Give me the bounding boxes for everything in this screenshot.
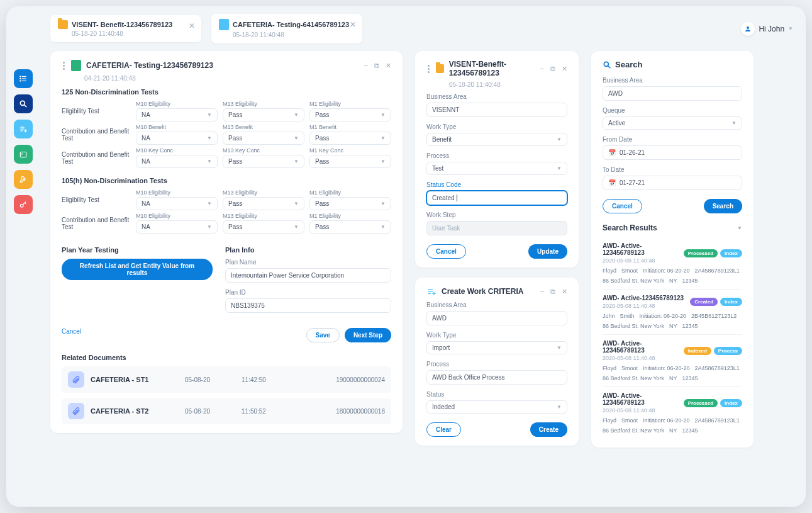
close-icon[interactable]: ✕	[350, 20, 356, 29]
svg-rect-15	[21, 154, 23, 155]
doc-time: 11:42:50	[242, 376, 279, 383]
plan-name-input[interactable]: Intemountain Power Service Corporation	[225, 268, 391, 283]
next-step-button[interactable]: Next Step	[345, 328, 391, 342]
attachment-icon	[68, 403, 84, 419]
cancel-link[interactable]: Cancel	[62, 328, 81, 342]
search-result[interactable]: AWD- Active-123456789123 2020-05-08 11:4…	[603, 237, 742, 290]
close-icon[interactable]: ✕	[562, 65, 567, 73]
nav-search[interactable]	[14, 94, 33, 113]
test-select[interactable]: Pass▼	[223, 220, 304, 234]
pr-input[interactable]: AWD Back Office Process	[426, 370, 567, 385]
field-label: M10 Benefit	[136, 124, 218, 130]
test-select[interactable]: NA▼	[136, 197, 218, 210]
wt-label: Work Type	[426, 123, 567, 130]
status-badge: Process	[714, 347, 742, 355]
user-menu[interactable]: Hi John ▼	[741, 22, 793, 36]
from-date-input[interactable]: 📅01-26-21	[603, 145, 742, 160]
test-select[interactable]: Pass▼	[309, 108, 391, 121]
test-row-label: Eligibility Test	[62, 108, 131, 115]
svg-line-23	[608, 65, 611, 68]
ws-label: Work Step	[426, 211, 567, 218]
field-label: M13 Eligibility	[223, 213, 304, 219]
test-select[interactable]: Pass▼	[309, 132, 391, 145]
tab-cafeteria[interactable]: CAFETERIA- Testing-641456789123 05-18-20…	[211, 14, 362, 43]
popout-icon[interactable]: ⧉	[550, 288, 555, 296]
to-date-input[interactable]: 📅01-27-21	[603, 176, 742, 190]
close-icon[interactable]: ✕	[386, 62, 391, 70]
test-select[interactable]: Pass▼	[223, 197, 304, 210]
test-select[interactable]: NA▼	[136, 220, 218, 234]
popout-icon[interactable]: ⧉	[550, 65, 555, 73]
minimize-icon[interactable]: −	[364, 62, 368, 70]
test-row-label: Contribution and Benefit Test	[62, 151, 131, 165]
ba-input[interactable]: VISENNT	[426, 103, 567, 117]
status-badge: Index	[720, 298, 742, 306]
clear-button[interactable]: Clear	[426, 422, 461, 437]
svg-point-0	[747, 26, 749, 29]
refresh-button[interactable]: Refresh List and Get Entity Value from r…	[62, 259, 213, 280]
test-select[interactable]: Pass▼	[223, 132, 304, 145]
doc-time: 11:50:52	[242, 408, 279, 415]
field-label: M1 Eligibility	[309, 101, 391, 107]
pr-select[interactable]: Test▼	[426, 162, 567, 175]
field-label: M1 Eligibility	[309, 189, 391, 196]
search-button[interactable]: Search	[704, 199, 742, 213]
minimize-icon[interactable]: −	[540, 288, 544, 296]
more-icon[interactable]	[62, 60, 66, 71]
clipboard-icon	[219, 19, 229, 30]
from-date-label: From Date	[603, 136, 742, 143]
nav-key[interactable]	[14, 195, 33, 214]
close-icon[interactable]: ✕	[189, 21, 195, 30]
status-badge: Processed	[684, 249, 718, 257]
test-select[interactable]: NA▼	[136, 132, 218, 145]
test-select[interactable]: Pass▼	[309, 197, 391, 210]
queue-select[interactable]: Active▼	[603, 116, 742, 130]
test-select[interactable]: Pass▼	[223, 155, 304, 168]
test-row-label: Contribution and Benefit Test	[62, 128, 131, 142]
create-button[interactable]: Create	[530, 422, 567, 437]
wt-select[interactable]: Benefit▼	[426, 133, 567, 146]
search-result[interactable]: AWD- Active-123456789123 2020-05-08 11:4…	[603, 290, 742, 335]
nav-wrench[interactable]	[14, 170, 33, 189]
search-result[interactable]: AWD- Active-123456789123 2020-05-08 11:4…	[603, 335, 742, 387]
result-sub: 2020-05-08 11:40:48	[603, 257, 680, 264]
update-button[interactable]: Update	[528, 244, 567, 259]
sc-input[interactable]: Created	[426, 191, 567, 205]
user-greeting: Hi John	[759, 25, 784, 33]
related-docs-title: Related Documents	[62, 354, 391, 361]
close-icon[interactable]: ✕	[562, 288, 567, 296]
popout-icon[interactable]: ⧉	[374, 62, 379, 70]
test-select[interactable]: NA▼	[136, 155, 218, 168]
document-row[interactable]: CAFETERIA - ST1 05-08-20 11:42:50 190000…	[62, 366, 391, 393]
wt-select[interactable]: Import▼	[426, 341, 567, 354]
result-title: AWD- Active-123456789123	[603, 392, 680, 406]
st-select[interactable]: Indeded▼	[426, 400, 567, 414]
test-select[interactable]: Pass▼	[309, 220, 391, 234]
chevron-down-icon[interactable]: ▼	[737, 225, 742, 231]
svg-rect-14	[20, 152, 26, 157]
cancel-button[interactable]: Cancel	[426, 244, 466, 259]
plan-id-input[interactable]: NBS139375	[225, 298, 391, 313]
ba-label: Business Area	[603, 77, 742, 84]
pr-label: Process	[426, 361, 567, 368]
ba-input[interactable]: AWD	[603, 86, 742, 101]
nav-calendar[interactable]	[14, 145, 33, 164]
document-row[interactable]: CAFETERIA - ST2 05-08-20 11:50:52 180000…	[62, 398, 391, 424]
calendar-icon: 📅	[608, 179, 616, 186]
test-select[interactable]: Pass▼	[223, 108, 304, 121]
test-select[interactable]: Pass▼	[309, 155, 391, 168]
result-sub: 2020-05-08 11:40:48	[603, 303, 684, 309]
nav-add-list[interactable]	[14, 120, 33, 138]
search-result[interactable]: AWD- Active-123456789123 2020-05-08 11:4…	[603, 387, 742, 439]
ba-input[interactable]: AWD	[426, 311, 567, 325]
folder-icon	[436, 64, 444, 73]
nav-list[interactable]	[14, 69, 33, 88]
to-date-label: To Date	[603, 166, 742, 173]
test-select[interactable]: NA▼	[136, 108, 218, 121]
more-icon[interactable]	[426, 64, 431, 74]
save-button[interactable]: Save	[306, 328, 340, 342]
minimize-icon[interactable]: −	[540, 65, 544, 73]
tab-visent[interactable]: VISENT- Benefit-123456789123 05-18-20 11…	[50, 15, 201, 42]
cancel-button[interactable]: Cancel	[603, 199, 642, 213]
add-list-icon	[426, 286, 437, 296]
